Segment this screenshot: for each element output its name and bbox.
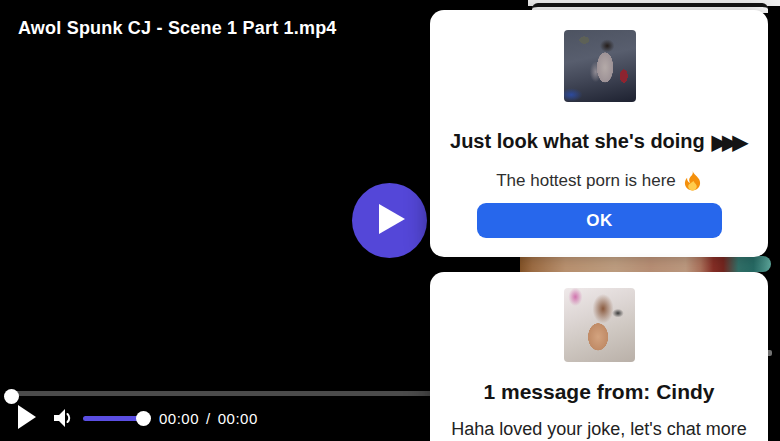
seek-thumb[interactable] xyxy=(4,389,19,404)
message-body: Haha loved your joke, let's chat more xyxy=(430,419,768,440)
ok-button[interactable]: OK xyxy=(477,203,722,238)
video-title: Awol Spunk CJ - Scene 1 Part 1.mp4 xyxy=(18,18,337,39)
current-time: 00:00 xyxy=(159,410,199,427)
offer-popup: Just look what she's doing ▶▶▶ The hotte… xyxy=(430,10,768,257)
duration: 00:00 xyxy=(218,410,258,427)
webcam-couple-thumbnail[interactable] xyxy=(564,30,636,102)
time-display: 00:00 / 00:00 xyxy=(159,410,258,427)
speaker-low-icon xyxy=(51,417,73,432)
offer-subline: The hottest porn is here xyxy=(430,170,768,191)
play-icon xyxy=(375,204,405,237)
time-separator: / xyxy=(206,410,211,427)
play-button[interactable] xyxy=(17,405,37,431)
triple-arrow-icon: ▶▶▶ xyxy=(712,132,748,152)
message-popup[interactable]: 1 message from: Cindy Haha loved your jo… xyxy=(430,272,768,441)
volume-thumb[interactable] xyxy=(136,411,151,426)
fire-icon xyxy=(683,170,702,191)
offer-headline-text: Just look what she's doing xyxy=(450,130,705,153)
big-play-button[interactable] xyxy=(352,183,427,258)
message-headline: 1 message from: Cindy xyxy=(430,380,768,404)
ad-photo-strip[interactable] xyxy=(520,256,771,272)
mirror-selfie-thumbnail[interactable] xyxy=(564,288,635,362)
page: Awol Spunk CJ - Scene 1 Part 1.mp4 00:00… xyxy=(0,0,780,441)
play-icon xyxy=(18,417,36,432)
volume-button[interactable] xyxy=(50,407,73,430)
offer-headline: Just look what she's doing ▶▶▶ xyxy=(430,130,768,153)
offer-subline-text: The hottest porn is here xyxy=(496,171,676,191)
